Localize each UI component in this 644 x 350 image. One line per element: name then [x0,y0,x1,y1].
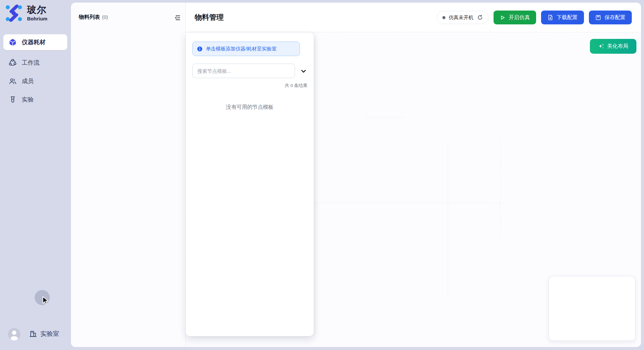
brand-logo: 玻尔 Bohrium [5,5,48,22]
start-simulation-button[interactable]: 开启仿真 [494,11,536,24]
page-title: 物料管理 [195,13,224,22]
main-canvas: 物料列表(0) 物料管理 仿真未开机 [71,3,641,347]
sidebar-item-members[interactable]: 成员 [3,73,67,89]
canvas-guide-line [448,142,448,295]
canvas-guide-line [500,141,501,237]
lab-switcher[interactable]: 实验室 [29,330,59,338]
sidebar-item-label: 仪器耗材 [22,38,46,46]
sidebar-item-instruments[interactable]: 仪器耗材 [3,34,67,50]
material-list-title: 物料列表(0) [79,14,108,21]
sidebar-item-label: 成员 [22,77,34,85]
cube-icon [9,38,16,46]
beautify-layout-button[interactable]: 美化布局 [590,39,636,54]
members-icon [9,77,16,85]
sidebar-item-experiments[interactable]: 实验 [3,92,67,107]
sparkles-icon [598,43,604,49]
download-config-button[interactable]: 下载配置 [541,11,584,24]
header-actions: 仿真未开机 开启仿真 [437,11,632,24]
sidebar-item-label: 工作流 [22,59,40,67]
canvas-guide-line [366,117,402,117]
simulation-status-pill: 仿真未开机 [437,11,489,24]
template-hint-text: 单击模板添加仪器/耗材至实验室 [206,46,276,52]
empty-template-message: 没有可用的节点模板 [186,104,314,111]
canvas-guide-line [312,203,500,203]
test-tube-icon [9,96,16,103]
refresh-icon[interactable] [477,15,483,21]
brand-name-zh: 玻尔 [27,5,48,15]
lab-switcher-label: 实验室 [40,330,59,338]
sidebar-item-workflow[interactable]: 工作流 [3,55,67,71]
mouse-cursor [41,296,50,305]
collapse-panel-icon[interactable] [174,14,181,22]
template-panel: 单击模板添加仪器/耗材至实验室 共 0 条结果 没有可用的节点模板 [186,33,314,336]
chevron-down-icon[interactable] [300,67,307,75]
save-config-button[interactable]: 保存配置 [589,11,632,24]
brand-name-en: Bohrium [27,16,48,21]
status-label: 仿真未开机 [449,15,473,21]
save-icon [595,15,601,20]
avatar[interactable] [8,328,20,340]
app-root: { "brand": { "name_zh": "玻尔", "name_en":… [0,0,644,350]
play-icon [500,15,505,20]
building-icon [29,330,37,338]
file-download-icon [547,15,553,20]
status-dot-icon [442,16,445,19]
page-header: 物料管理 仿真未开机 开启仿真 [186,3,641,32]
info-icon [197,46,203,52]
search-input[interactable] [192,64,295,78]
workflow-icon [9,59,16,67]
result-count: 共 0 条结果 [285,83,307,89]
bohrium-logo-icon [5,5,22,22]
sidebar: 玻尔 Bohrium 仪器耗材 工作流 [0,0,71,350]
sidebar-item-label: 实验 [22,96,34,103]
minimap[interactable] [549,276,635,341]
material-list-count: (0) [102,14,108,20]
template-hint-banner: 单击模板添加仪器/耗材至实验室 [192,42,300,56]
